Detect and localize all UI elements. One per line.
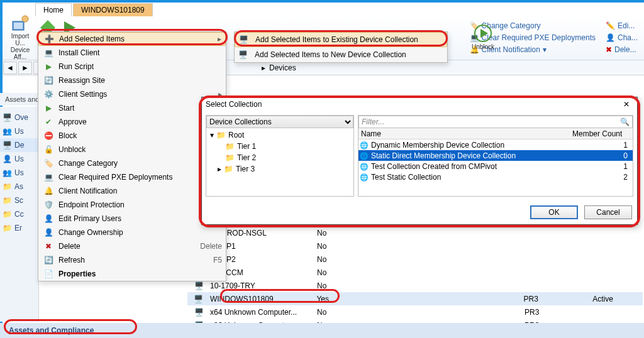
nav-fwd-button[interactable]: ► [18, 62, 32, 74]
import-label: Import U... Device Aff... [6, 33, 34, 60]
device-list: CMPROD-NSGLNo CMTP1No CMTP2No L1-SCCMNo … [187, 226, 643, 332]
menu-properties[interactable]: 📄Properties [38, 267, 226, 281]
unblock-icon [473, 23, 493, 43]
collection-row[interactable]: Test Static Collection2 [358, 172, 633, 182]
collection-tree: ▾Root Tier 1 Tier 2 ▸Tier 3 [206, 128, 353, 176]
overview-icon [3, 113, 12, 122]
tab-context-device[interactable]: WINDOWS101809 [73, 3, 153, 16]
folder-icon [3, 182, 12, 191]
col-count[interactable]: Member Count [572, 129, 633, 138]
menu-client-settings[interactable]: ⚙️Client Settings▸ [38, 87, 226, 101]
lp-overview[interactable]: Ove [1, 111, 38, 124]
dialog-title: Select Collection [206, 100, 262, 109]
collection-icon [360, 141, 369, 150]
edit-link[interactable]: ✏️Edi... [606, 20, 638, 32]
chevron-down-icon: ▾ [543, 44, 547, 56]
tree-tier1[interactable]: Tier 1 [210, 141, 350, 152]
menu-run-script[interactable]: ▶Run Script [38, 60, 226, 74]
nav-back-button[interactable]: ◄ [3, 62, 17, 74]
import-icon [10, 13, 30, 33]
menu-install-client[interactable]: 💻Install Client [38, 46, 226, 60]
close-icon[interactable]: ✕ [619, 100, 633, 109]
cha-link[interactable]: 👤Cha... [606, 32, 638, 44]
lp-as[interactable]: As [1, 180, 38, 194]
collection-row-selected[interactable]: Static Direct Membership Device Collecti… [358, 150, 633, 161]
menu-block[interactable]: ⛔Block [38, 129, 226, 143]
left-nav-pane: Ove 👥Us De 👤Us 👥Us As Sc Cc Er [1, 107, 39, 322]
svg-rect-1 [14, 23, 23, 29]
lp-sc[interactable]: Sc [1, 194, 38, 207]
lp-users[interactable]: 👥Us [1, 124, 38, 138]
menu-change-category[interactable]: 🏷️Change Category [38, 156, 226, 170]
tree-expand-icon: ▸ [218, 165, 221, 173]
lp-er[interactable]: Er [1, 221, 38, 235]
lp-cc[interactable]: Cc [1, 207, 38, 221]
col-name[interactable]: Name [358, 129, 572, 138]
menu-endpoint-protection[interactable]: 🛡️Endpoint Protection▸ [38, 198, 226, 212]
menu-client-notification[interactable]: 🔔Client Notification▸ [38, 184, 226, 198]
filter-input[interactable]: Filter... 🔍 [358, 116, 633, 128]
device-row-selected[interactable]: WINDOWS101809YesPR3Active [187, 292, 643, 305]
menu-add-selected-items[interactable]: ➕ Add Selected Items ▸ [38, 32, 226, 46]
menu-approve[interactable]: ✔Approve [38, 115, 226, 129]
collection-row[interactable]: Dynamic Membership Device Collection1 [358, 139, 633, 150]
del-link[interactable]: ✖Dele... [606, 44, 638, 56]
menu-clear-pxe[interactable]: 💻Clear Required PXE Deployments [38, 170, 226, 184]
lp-devices[interactable]: De [1, 138, 38, 152]
workspace-bar[interactable]: Assets and Compliance [1, 323, 644, 338]
search-icon: 🔍 [620, 117, 630, 126]
workspace-label: Assets and Compliance [9, 326, 94, 335]
folder-icon [216, 131, 226, 139]
collection-type-select[interactable]: Device Collections [206, 116, 353, 128]
submenu-add-existing[interactable]: 🖥️Add Selected Items to Existing Device … [235, 32, 447, 47]
submenu-add-selected: 🖥️Add Selected Items to Existing Device … [234, 31, 448, 63]
tree-tier2[interactable]: Tier 2 [210, 152, 350, 163]
menu-start[interactable]: ▶Start [38, 101, 226, 115]
collection-row[interactable]: Test Collection Created from CMPivot1 [358, 161, 633, 172]
chevron-right-icon: ▸ [218, 35, 221, 43]
menu-reassign-site[interactable]: 🔄Reassign Site [38, 74, 226, 87]
unblock-button[interactable]: Unblock [468, 18, 498, 55]
tab-home[interactable]: Home [35, 3, 72, 16]
cancel-button[interactable]: Cancel [584, 205, 632, 219]
select-collection-dialog: Select Collection ✕ Device Collections ▾… [201, 97, 638, 225]
lp-us2[interactable]: 👤Us [1, 152, 38, 166]
ok-button[interactable]: OK [530, 205, 578, 219]
menu-delete[interactable]: ✖DeleteDelete [38, 239, 226, 253]
add-icon: ➕ [43, 35, 55, 43]
menu-refresh[interactable]: 🔄RefreshF5 [38, 253, 226, 267]
devices-icon [3, 141, 12, 150]
menu-edit-primary-users[interactable]: 👤Edit Primary Users [38, 212, 226, 226]
ribbon-side-more: ✏️Edi... 👤Cha... ✖Dele... [602, 18, 641, 59]
unblock-label: Unblock [472, 43, 494, 50]
lp-us3[interactable]: 👥Us [1, 166, 38, 180]
menu-unblock[interactable]: 🔓Unblock [38, 143, 226, 156]
breadcrumb-devices[interactable]: Devices [269, 63, 296, 72]
svg-point-2 [22, 16, 28, 22]
submenu-add-new[interactable]: 🖥️Add Selected Items to New Device Colle… [235, 47, 447, 62]
context-menu: ➕ Add Selected Items ▸ 💻Install Client ▶… [38, 31, 226, 281]
breadcrumb-chevron-icon: ▸ [262, 63, 265, 72]
tree-root[interactable]: ▾Root [210, 129, 350, 141]
import-button[interactable]: Import U... Device Aff... [5, 18, 35, 55]
tree-tier3[interactable]: ▸Tier 3 [210, 163, 350, 175]
tree-collapse-icon: ▾ [210, 131, 214, 139]
svg-marker-6 [480, 29, 488, 38]
menu-change-ownership[interactable]: 👤Change Ownership [38, 226, 226, 239]
